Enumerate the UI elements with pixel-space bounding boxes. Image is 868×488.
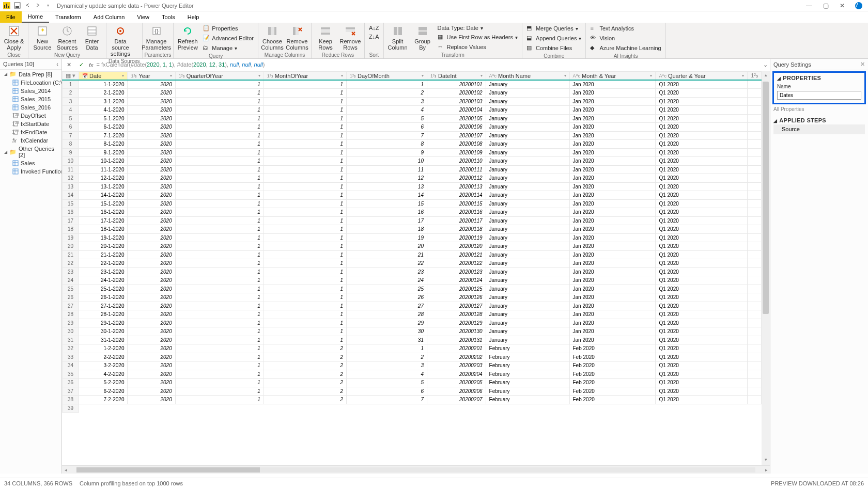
table-cell[interactable]: 20200131: [427, 336, 486, 344]
table-cell[interactable]: 2020: [128, 319, 175, 327]
column-header[interactable]: 1²₃DateInt▾: [427, 72, 486, 81]
table-cell[interactable]: 10-1-2020: [79, 157, 128, 166]
table-cell[interactable]: 2020: [128, 97, 175, 106]
table-cell[interactable]: January: [486, 336, 569, 344]
row-number[interactable]: 2: [63, 89, 79, 98]
table-cell[interactable]: 1: [175, 131, 264, 140]
table-cell[interactable]: 1: [264, 182, 346, 191]
table-cell[interactable]: 2020: [128, 267, 175, 276]
table-cell[interactable]: Jan 2020: [569, 336, 656, 344]
table-cell[interactable]: 27: [347, 302, 427, 310]
table-cell[interactable]: 20200105: [427, 114, 486, 123]
table-cell[interactable]: 1: [264, 233, 346, 242]
column-dropdown-icon[interactable]: ▾: [481, 73, 483, 78]
table-cell[interactable]: 1: [175, 310, 264, 319]
table-cell[interactable]: January: [486, 148, 569, 157]
table-cell[interactable]: January: [486, 216, 569, 225]
table-row[interactable]: 354-2-2020202012420200204FebruaryFeb 202…: [63, 370, 762, 379]
table-cell[interactable]: 1: [264, 199, 346, 208]
table-cell[interactable]: February: [486, 344, 569, 353]
table-cell[interactable]: 27-1-2020: [79, 302, 128, 310]
table-cell[interactable]: Q1 2020: [656, 370, 748, 379]
table-cell[interactable]: 17: [347, 216, 427, 225]
table-cell[interactable]: Feb 2020: [569, 353, 656, 361]
table-cell[interactable]: 2020: [128, 216, 175, 225]
table-row[interactable]: 1616-1-20202020111620200116JanuaryJan 20…: [63, 208, 762, 217]
table-cell[interactable]: 1: [264, 89, 346, 98]
menu-tab-add-column[interactable]: Add Column: [87, 11, 131, 23]
table-cell[interactable]: Q1 2020: [656, 327, 748, 336]
table-cell[interactable]: 2020: [128, 165, 175, 174]
query-item[interactable]: Sales_2014: [0, 87, 61, 95]
table-cell[interactable]: 1: [175, 396, 264, 404]
table-cell[interactable]: 2020: [128, 302, 175, 310]
row-number[interactable]: 4: [63, 106, 79, 115]
table-cell[interactable]: 23-1-2020: [79, 267, 128, 276]
column-header[interactable]: AᴮcMonth Name▾: [486, 72, 569, 81]
scroll-down-icon[interactable]: ▾: [762, 457, 770, 464]
table-cell[interactable]: 1: [175, 293, 264, 302]
table-row[interactable]: 321-2-2020202012120200201FebruaryFeb 202…: [63, 344, 762, 353]
table-cell[interactable]: 1: [175, 123, 264, 132]
table-cell[interactable]: 29: [347, 319, 427, 327]
row-number[interactable]: 7: [63, 131, 79, 140]
undo-icon[interactable]: [23, 1, 32, 10]
table-cell[interactable]: Q1 2020: [656, 80, 748, 89]
table-cell[interactable]: Q1 2020: [656, 379, 748, 387]
table-cell[interactable]: 25-1-2020: [79, 285, 128, 293]
table-cell[interactable]: January: [486, 182, 569, 191]
data-grid[interactable]: ▦ ▾📅Date▾1²₃Year▾1²₃QuarterOfYear▾1²₃Mon…: [62, 71, 762, 465]
table-cell[interactable]: Jan 2020: [569, 123, 656, 132]
row-number[interactable]: 38: [63, 396, 79, 404]
table-cell[interactable]: 1: [175, 285, 264, 293]
table-cell[interactable]: 23: [347, 267, 427, 276]
table-cell[interactable]: 20200117: [427, 216, 486, 225]
table-cell[interactable]: 2020: [128, 336, 175, 344]
row-number[interactable]: 26: [63, 293, 79, 302]
table-cell[interactable]: 20200205: [427, 379, 486, 387]
table-cell[interactable]: 2: [347, 353, 427, 361]
column-dropdown-icon[interactable]: ▾: [122, 73, 124, 78]
table-cell[interactable]: 20200130: [427, 327, 486, 336]
close-settings-icon[interactable]: ✕: [860, 61, 865, 68]
query-name-input[interactable]: [777, 91, 861, 100]
data-source-settings-button[interactable]: Data source settings: [109, 24, 132, 58]
table-cell[interactable]: 1: [175, 191, 264, 200]
file-tab[interactable]: File: [0, 11, 22, 23]
table-cell[interactable]: Jan 2020: [569, 80, 656, 89]
table-cell[interactable]: Q1 2020: [656, 97, 748, 106]
table-cell[interactable]: Jan 2020: [569, 310, 656, 319]
table-cell[interactable]: 20200125: [427, 285, 486, 293]
row-number[interactable]: 24: [63, 276, 79, 285]
table-cell[interactable]: 22-1-2020: [79, 259, 128, 268]
formula-input[interactable]: = fxCalendar(#date(2020, 1, 1), #date(20…: [97, 61, 760, 68]
row-number[interactable]: 29: [63, 319, 79, 327]
table-cell[interactable]: 7: [347, 396, 427, 404]
table-row[interactable]: 1111-1-20202020111120200111JanuaryJan 20…: [63, 165, 762, 174]
text-analytics-button[interactable]: ≡Text Analytics: [588, 24, 663, 33]
table-cell[interactable]: Jan 2020: [569, 302, 656, 310]
table-cell[interactable]: Jan 2020: [569, 174, 656, 183]
table-row[interactable]: 1818-1-20202020111820200118JanuaryJan 20…: [63, 225, 762, 234]
table-cell[interactable]: Q1 2020: [656, 114, 748, 123]
recent-sources-button[interactable]: Recent Sources: [55, 24, 79, 52]
maximize-button[interactable]: ▢: [818, 1, 833, 11]
azure-ml-button[interactable]: ◆Azure Machine Learning: [588, 43, 663, 53]
table-cell[interactable]: 7: [347, 131, 427, 140]
table-cell[interactable]: January: [486, 327, 569, 336]
manage-button[interactable]: 🗂Manage ▾: [200, 43, 256, 53]
table-cell[interactable]: 13-1-2020: [79, 182, 128, 191]
table-cell[interactable]: 1: [264, 242, 346, 251]
choose-columns-button[interactable]: Choose Columns: [260, 24, 284, 52]
table-cell[interactable]: 2-1-2020: [79, 89, 128, 98]
table-cell[interactable]: 2020: [128, 242, 175, 251]
table-cell[interactable]: 1: [264, 106, 346, 115]
table-cell[interactable]: January: [486, 225, 569, 234]
table-cell[interactable]: 21: [347, 250, 427, 259]
table-cell[interactable]: Q1 2020: [656, 310, 748, 319]
table-cell[interactable]: Q1 2020: [656, 285, 748, 293]
table-cell[interactable]: Feb 2020: [569, 344, 656, 353]
table-row[interactable]: 2828-1-20202020112820200128JanuaryJan 20…: [63, 310, 762, 319]
column-header[interactable]: AᴮcQuarter & Year▾: [656, 72, 748, 81]
row-number[interactable]: 33: [63, 353, 79, 361]
